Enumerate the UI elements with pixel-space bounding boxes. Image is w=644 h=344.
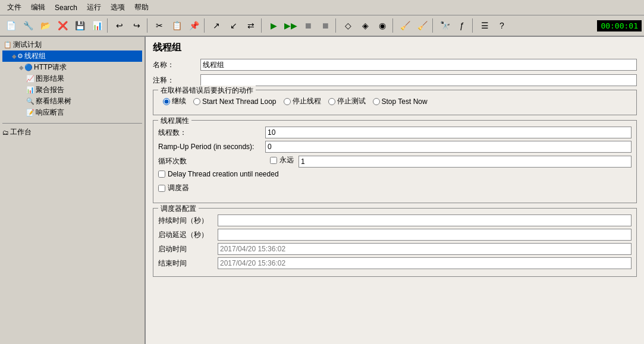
radio-stop-thread-input[interactable] [284, 98, 291, 105]
toolbar-sep-2 [147, 18, 149, 33]
radio-stop-test[interactable]: 停止测试 [328, 96, 366, 106]
toolbar-sep-1 [107, 18, 109, 33]
tree-item-thread-group[interactable]: ◆ ⚙ 线程组 [2, 51, 142, 62]
thread-count-row: 线程数： [158, 127, 632, 138]
forever-checkbox-wrapper[interactable]: 永远 [270, 155, 294, 165]
ramp-up-input[interactable] [265, 141, 632, 153]
panel-title: 线程组 [153, 42, 637, 54]
cut-button[interactable]: ✂ [151, 18, 168, 33]
forever-checkbox[interactable] [270, 157, 277, 164]
menu-run[interactable]: 运行 [82, 1, 106, 14]
stop-button[interactable]: ⏹ [300, 18, 316, 33]
start-delay-label: 启动延迟（秒） [158, 230, 218, 240]
collapse-button[interactable]: ↙ [225, 18, 242, 33]
comment-input[interactable] [200, 74, 637, 86]
scheduler-checkbox-wrapper[interactable]: 调度器 [158, 183, 189, 193]
duration-row: 持续时间（秒） [158, 214, 632, 226]
menu-file[interactable]: 文件 [2, 1, 26, 14]
function-button[interactable]: ƒ [454, 18, 470, 33]
end-time-input[interactable] [218, 257, 632, 269]
aggregate-report-icon: 📊 [26, 86, 34, 94]
tree-item-aggregate-report[interactable]: 📊 聚合报告 [2, 84, 142, 96]
tree-item-workbench[interactable]: 🗂 工作台 [2, 126, 142, 138]
http-request-icon: 🔵 [24, 64, 33, 71]
open-template-button[interactable]: 🔧 [20, 18, 36, 33]
delay-checkbox[interactable] [158, 171, 165, 178]
tree-item-view-results-label: 图形结果 [36, 74, 64, 84]
remote-stop-button[interactable]: ◉ [374, 18, 391, 33]
menu-edit[interactable]: 编辑 [26, 1, 50, 14]
start-time-input[interactable] [218, 243, 632, 255]
menu-bar: 文件 编辑 Search 运行 选项 帮助 [0, 0, 644, 15]
menu-search[interactable]: Search [50, 2, 82, 13]
radio-stop-test-now[interactable]: Stop Test Now [373, 97, 428, 106]
delay-checkbox-wrapper[interactable]: Delay Thread creation until needed [158, 170, 279, 178]
undo-button[interactable]: ↩ [111, 18, 128, 33]
search-button[interactable]: 🔭 [436, 18, 453, 33]
tree-connector-1: ◆ [12, 53, 17, 59]
loop-count-label: 循环次数 [158, 156, 265, 166]
help-button[interactable]: ? [494, 18, 510, 33]
save-as-button[interactable]: 📊 [89, 18, 105, 33]
scheduler-label: 调度器 [168, 183, 189, 193]
delay-row: Delay Thread creation until needed [158, 170, 632, 181]
duration-input[interactable] [218, 214, 632, 226]
radio-start-next-thread-loop[interactable]: Start Next Thread Loop [193, 97, 277, 106]
name-label: 名称： [153, 60, 200, 70]
tree-item-thread-group-label: 线程组 [24, 51, 46, 61]
scheduler-checkbox[interactable] [158, 185, 165, 192]
toolbar-sep-7 [432, 18, 435, 33]
expand-button[interactable]: ↗ [208, 18, 225, 33]
close-button[interactable]: ❌ [54, 18, 71, 33]
tree-item-view-results[interactable]: 📈 图形结果 [2, 73, 142, 84]
toolbar-sep-3 [204, 18, 206, 33]
copy-button[interactable]: 📋 [168, 18, 185, 33]
paste-button[interactable]: 📌 [186, 18, 202, 33]
main-layout: 📋 测试计划 ◆ ⚙ 线程组 ◆ 🔵 HTTP请求 📈 图形结果 📊 聚合报告 … [0, 37, 644, 344]
list-button[interactable]: ☰ [476, 18, 493, 33]
redo-button[interactable]: ↪ [128, 18, 145, 33]
radio-stop-test-input[interactable] [328, 98, 335, 105]
comment-label: 注释： [153, 75, 200, 86]
save-button[interactable]: 💾 [71, 18, 88, 33]
tree-item-response-assertion[interactable]: 📝 响应断言 [2, 107, 142, 118]
response-assertion-icon: 📝 [26, 109, 34, 116]
remote-start-button[interactable]: ◈ [357, 18, 373, 33]
clear-button[interactable]: 🧹 [397, 18, 413, 33]
loop-count-input[interactable] [299, 156, 632, 168]
tree-item-workbench-label: 工作台 [10, 127, 32, 137]
thread-count-label: 线程数： [158, 128, 265, 138]
start-delay-input[interactable] [218, 229, 632, 241]
tree-item-test-plan[interactable]: 📋 测试计划 [2, 39, 142, 51]
tree-item-results-tree-label: 察看结果树 [36, 96, 71, 106]
clear-all-button[interactable]: 🧹 [414, 18, 431, 33]
thread-count-input[interactable] [265, 127, 632, 138]
menu-options[interactable]: 选项 [106, 1, 130, 14]
radio-continue[interactable]: 继续 [163, 96, 186, 106]
tree-item-results-tree[interactable]: 🔍 察看结果树 [2, 96, 142, 107]
stop-now-button[interactable]: ⏹ [317, 18, 334, 33]
scheduler-row: 调度器 [158, 183, 632, 195]
remote-start-all-button[interactable]: ◇ [340, 18, 356, 33]
tree-item-http-request-label: HTTP请求 [34, 62, 67, 72]
view-results-icon: 📈 [26, 75, 34, 83]
radio-stop-thread[interactable]: 停止线程 [284, 96, 321, 106]
results-tree-icon: 🔍 [26, 97, 34, 105]
radio-continue-input[interactable] [163, 98, 170, 105]
name-input[interactable] [200, 59, 637, 71]
right-panel: 线程组 名称： 注释： 在取样器错误后要执行的动作 继续 Start Next … [146, 37, 644, 344]
tree-item-response-assertion-label: 响应断言 [36, 108, 64, 118]
tree-item-http-request[interactable]: ◆ 🔵 HTTP请求 [2, 62, 142, 73]
start-button[interactable]: ▶ [265, 18, 282, 33]
start-no-pause-button[interactable]: ▶▶ [282, 18, 299, 33]
toggle-button[interactable]: ⇄ [243, 18, 259, 33]
radio-continue-label: 继续 [172, 96, 186, 106]
radio-start-next-thread-loop-input[interactable] [193, 98, 200, 105]
open-button[interactable]: 📂 [37, 18, 54, 33]
menu-help[interactable]: 帮助 [130, 1, 153, 14]
new-button[interactable]: 📄 [2, 18, 19, 33]
name-row: 名称： [153, 59, 637, 71]
ramp-up-row: Ramp-Up Period (in seconds): [158, 141, 632, 153]
radio-stop-test-label: 停止测试 [337, 96, 366, 106]
radio-stop-test-now-input[interactable] [373, 98, 380, 105]
